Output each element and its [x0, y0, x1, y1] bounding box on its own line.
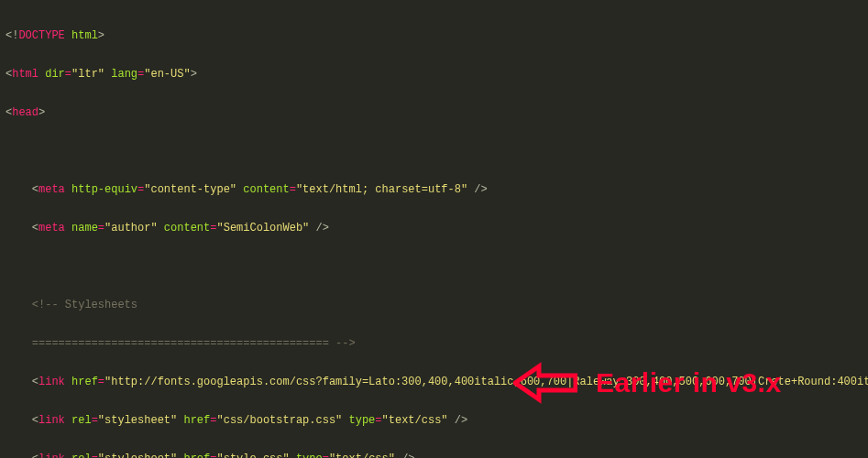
- code-line: [5, 145, 863, 158]
- code-line: <!DOCTYPE html>: [5, 29, 863, 42]
- code-line: <link rel="stylesheet" href="css/bootstr…: [5, 414, 863, 427]
- code-line: <!-- Stylesheets: [5, 299, 863, 311]
- code-line: ========================================…: [5, 337, 863, 350]
- code-line: <link rel="stylesheet" href="style.css" …: [5, 453, 863, 458]
- code-line: <html dir="ltr" lang="en-US">: [5, 68, 863, 81]
- code-line: <meta name="author" content="SemiColonWe…: [5, 222, 863, 234]
- code-line: <link href="http://fonts.googleapis.com/…: [5, 376, 863, 388]
- code-line: <head>: [5, 106, 863, 119]
- code-editor[interactable]: <!DOCTYPE html> <html dir="ltr" lang="en…: [0, 0, 868, 458]
- code-line: <meta http-equiv="content-type" content=…: [5, 183, 863, 196]
- code-line: [5, 260, 863, 273]
